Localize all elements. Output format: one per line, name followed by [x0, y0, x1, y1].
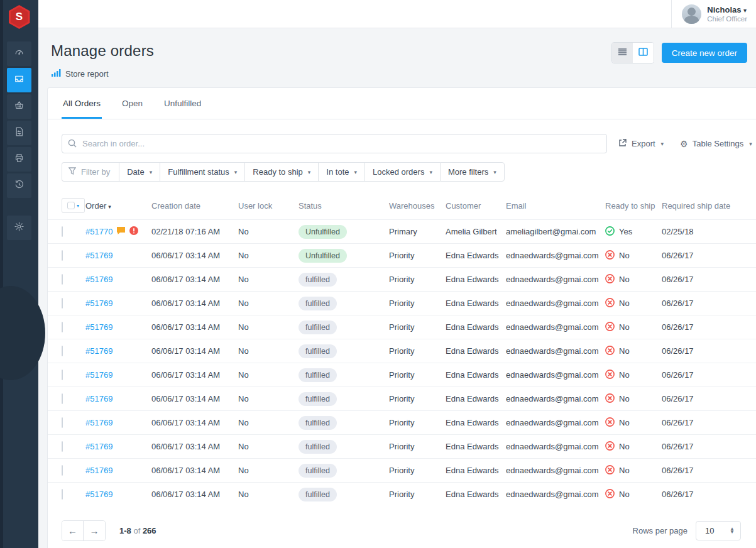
chevron-down-icon: ▾	[77, 203, 79, 209]
filter-by-button[interactable]: Filter by	[62, 162, 119, 182]
column-header-order[interactable]: Order▾	[85, 192, 151, 220]
sidebar-nav	[0, 41, 38, 241]
order-link[interactable]: #51769	[85, 251, 112, 260]
row-checkbox[interactable]	[62, 250, 63, 261]
column-header-required-ship-date[interactable]: Required ship date	[662, 192, 756, 220]
store-report-link[interactable]: Store report	[52, 68, 154, 79]
table-row[interactable]: #51770 02/21/18 07:16 AM No Unfulfilled …	[48, 220, 756, 244]
order-link[interactable]: #51769	[85, 275, 112, 284]
store-report-label: Store report	[65, 69, 109, 79]
column-header-email[interactable]: Email	[506, 192, 605, 220]
status-badge: fulfilled	[299, 416, 337, 430]
status-badge: fulfilled	[299, 440, 337, 454]
table-toolbar: Export ▾ ⚙ Table Settings ▾	[48, 119, 756, 153]
column-header-creation-date[interactable]: Creation date	[151, 192, 238, 220]
order-link[interactable]: #51769	[85, 394, 112, 403]
row-checkbox[interactable]	[62, 370, 63, 380]
table-row[interactable]: #51769 06/06/17 03:14 AM No fulfilled Pr…	[48, 459, 756, 483]
email-cell: ameliagilbert@gmai.com	[506, 220, 605, 244]
prev-page-button[interactable]: ←	[62, 521, 84, 540]
table-row[interactable]: #51769 06/06/17 03:14 AM No fulfilled Pr…	[48, 363, 756, 387]
list-view-button[interactable]	[612, 43, 633, 63]
order-link[interactable]: #51769	[85, 490, 112, 499]
chevron-down-icon: ▾	[661, 141, 664, 147]
sidebar-item-products[interactable]	[7, 94, 31, 119]
rows-per-page-label: Rows per page	[633, 526, 688, 535]
column-header-ready-to-ship[interactable]: Ready to ship	[605, 192, 662, 220]
creation-date-cell: 06/06/17 03:14 AM	[151, 435, 238, 459]
filter-in-tote[interactable]: In tote▾	[318, 162, 364, 182]
ship-date-cell: 06/26/17	[662, 363, 756, 387]
board-view-button[interactable]	[633, 43, 654, 63]
tab-all-orders[interactable]: All Orders	[62, 88, 102, 119]
sidebar-item-settings[interactable]	[7, 216, 31, 240]
rows-per-page-select[interactable]: 10 ▲▼	[696, 521, 741, 540]
order-link[interactable]: #51770	[85, 227, 112, 236]
ready-no-icon	[605, 370, 615, 381]
row-checkbox[interactable]	[62, 226, 63, 237]
filter-more-filters[interactable]: More filters▾	[440, 162, 505, 182]
table-row[interactable]: #51769 06/06/17 03:14 AM No fulfilled Pr…	[48, 411, 756, 435]
ready-no-icon	[605, 298, 615, 309]
column-header-warehouses[interactable]: Warehouses	[389, 192, 446, 220]
order-link[interactable]: #51769	[85, 322, 112, 332]
user-lock-cell: No	[238, 387, 299, 411]
export-icon	[618, 138, 627, 149]
row-checkbox[interactable]	[62, 346, 63, 356]
sidebar-item-orders[interactable]	[7, 68, 31, 92]
table-settings-button[interactable]: ⚙ Table Settings ▾	[680, 139, 752, 148]
order-link[interactable]: #51769	[85, 370, 112, 380]
ready-no-icon	[605, 417, 615, 429]
filter-locked-orders[interactable]: Locked orders▾	[364, 162, 440, 182]
sidebar-item-print[interactable]	[7, 147, 31, 172]
table-row[interactable]: #51769 06/06/17 03:14 AM No fulfilled Pr…	[48, 315, 756, 339]
column-header-status[interactable]: Status	[299, 192, 389, 220]
tab-unfulfilled[interactable]: Unfulfilled	[163, 88, 202, 119]
customer-cell: Edna Edwards	[446, 411, 506, 435]
row-checkbox[interactable]	[62, 489, 63, 500]
next-page-button[interactable]: →	[84, 521, 105, 540]
column-header-customer[interactable]: Customer	[446, 192, 506, 220]
order-link[interactable]: #51769	[85, 466, 112, 475]
sidebar-item-invoices[interactable]	[7, 121, 31, 145]
search-input[interactable]	[62, 134, 607, 153]
app-logo[interactable]: S	[9, 5, 30, 29]
user-menu[interactable]: Nicholas ▾ Chief Officer	[671, 0, 756, 28]
email-cell: ednaedwards@gmai.com	[506, 315, 605, 339]
create-new-order-button[interactable]: Create new order	[662, 43, 747, 63]
row-checkbox[interactable]	[62, 465, 63, 476]
chevron-down-icon: ▾	[234, 169, 238, 175]
table-row[interactable]: #51769 06/06/17 03:14 AM No fulfilled Pr…	[48, 292, 756, 315]
email-cell: ednaedwards@gmai.com	[506, 268, 605, 292]
pagination-range: 1-8 of 266	[119, 526, 156, 535]
table-row[interactable]: #51769 06/06/17 03:14 AM No fulfilled Pr…	[48, 483, 756, 507]
row-checkbox[interactable]	[62, 274, 63, 285]
filter-ready-to-ship[interactable]: Ready to ship▾	[244, 162, 318, 182]
order-link[interactable]: #51769	[85, 442, 112, 451]
row-checkbox[interactable]	[62, 417, 63, 428]
table-row[interactable]: #51769 06/06/17 03:14 AM No fulfilled Pr…	[48, 435, 756, 459]
order-link[interactable]: #51769	[85, 418, 112, 427]
comment-icon	[116, 226, 126, 237]
table-row[interactable]: #51769 06/06/17 03:14 AM No fulfilled Pr…	[48, 387, 756, 411]
sidebar-item-dashboard[interactable]	[7, 41, 31, 66]
email-cell: ednaedwards@gmai.com	[506, 483, 605, 507]
order-link[interactable]: #51769	[85, 299, 112, 308]
order-link[interactable]: #51769	[85, 346, 112, 356]
filter-date[interactable]: Date▾	[119, 162, 160, 182]
sidebar-item-history[interactable]	[7, 173, 31, 198]
export-button[interactable]: Export ▾	[618, 138, 664, 149]
select-all-checkbox[interactable]: ▾	[62, 198, 85, 213]
row-checkbox[interactable]	[62, 441, 63, 452]
column-header-user-lock[interactable]: User lock	[238, 192, 299, 220]
tab-open[interactable]: Open	[121, 88, 144, 119]
creation-date-cell: 06/06/17 03:14 AM	[151, 363, 238, 387]
row-checkbox[interactable]	[62, 393, 63, 404]
table-row[interactable]: #51769 06/06/17 03:14 AM No fulfilled Pr…	[48, 268, 756, 292]
filter-fulfillment-status[interactable]: Fulfillment status▾	[160, 162, 244, 182]
table-row[interactable]: #51769 06/06/17 03:14 AM No fulfilled Pr…	[48, 339, 756, 363]
row-checkbox[interactable]	[62, 298, 63, 309]
table-row[interactable]: #51769 06/06/17 03:14 AM No Unfulfilled …	[48, 244, 756, 268]
status-badge: fulfilled	[299, 464, 337, 478]
row-checkbox[interactable]	[62, 322, 63, 332]
